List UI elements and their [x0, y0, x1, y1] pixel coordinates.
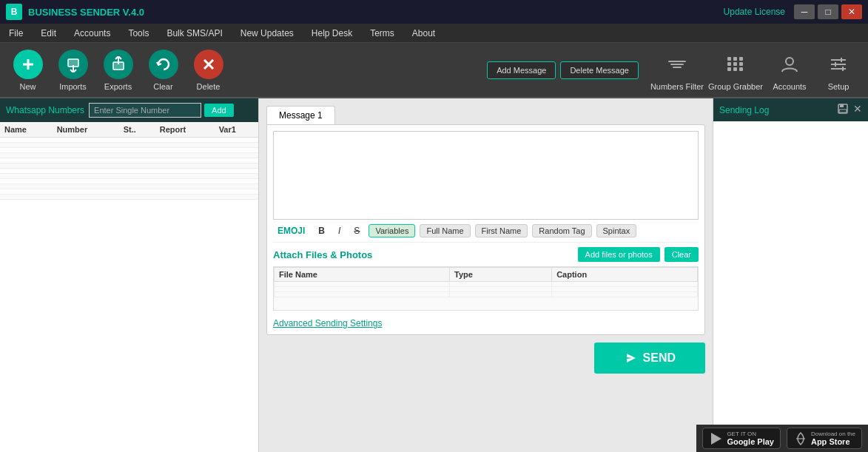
- send-label: SEND: [643, 351, 676, 365]
- menu-file[interactable]: File: [6, 27, 26, 40]
- attach-file-list: File Name Type Caption: [273, 266, 699, 311]
- menu-new-updates[interactable]: New Updates: [238, 27, 297, 40]
- col-status: St..: [119, 122, 155, 138]
- google-play-name: Google Play: [727, 437, 774, 446]
- sending-log-title: Sending Log: [719, 105, 769, 115]
- full-name-button[interactable]: Full Name: [420, 224, 470, 237]
- table-row: [0, 143, 258, 148]
- add-message-button[interactable]: Add Message: [487, 61, 556, 79]
- strikethrough-button[interactable]: S: [349, 224, 364, 237]
- message-tab-1[interactable]: Message 1: [266, 106, 335, 124]
- attach-header: Attach Files & Photos Add files or photo…: [273, 247, 699, 262]
- first-name-button[interactable]: First Name: [475, 224, 528, 237]
- table-row: [0, 195, 258, 200]
- google-play-badge[interactable]: GET IT ON Google Play: [702, 428, 781, 449]
- imports-icon: [58, 50, 88, 79]
- left-panel-header: Whatsapp Numbers Add: [0, 98, 258, 122]
- attach-section: Attach Files & Photos Add files or photo…: [273, 242, 699, 311]
- imports-label: Imports: [59, 82, 87, 91]
- right-panel: Sending Log ✕: [713, 98, 868, 452]
- new-button[interactable]: New: [7, 47, 48, 94]
- setup-label: Setup: [828, 82, 850, 91]
- table-row: [0, 174, 258, 179]
- svg-rect-17: [840, 104, 844, 107]
- single-number-input[interactable]: [89, 103, 201, 118]
- send-button[interactable]: SEND: [594, 343, 705, 374]
- close-log-icon[interactable]: ✕: [853, 103, 862, 117]
- delete-button[interactable]: Delete: [188, 47, 229, 94]
- app-store-label: Download on the: [811, 431, 855, 437]
- exports-button[interactable]: Exports: [98, 47, 138, 94]
- variables-button[interactable]: Variables: [369, 224, 415, 237]
- menu-accounts[interactable]: Accounts: [71, 27, 113, 40]
- attach-row: [275, 287, 698, 292]
- attach-title: Attach Files & Photos: [273, 249, 372, 260]
- message-compose: EMOJI B I S Variables Full Name First Na…: [266, 124, 705, 335]
- delete-label: Delete: [197, 82, 221, 91]
- center-panel: Message 1 EMOJI B I S Variables Full Nam…: [259, 98, 713, 452]
- svg-marker-19: [711, 433, 721, 445]
- col-var1: Var1: [215, 122, 258, 138]
- group-grabber-button[interactable]: Group Grabber: [708, 50, 763, 91]
- numbers-table: Name Number St.. Report Var1: [0, 122, 258, 452]
- update-license-link[interactable]: Update License: [724, 7, 785, 17]
- emoji-button[interactable]: EMOJI: [273, 224, 309, 237]
- svg-point-8: [786, 58, 793, 65]
- add-number-button[interactable]: Add: [204, 104, 234, 117]
- attach-actions: Add files or photos Clear: [578, 247, 699, 262]
- setup-button[interactable]: Setup: [816, 50, 861, 91]
- number-input-row: Add: [89, 103, 234, 118]
- google-play-label: GET IT ON: [727, 431, 774, 437]
- table-row: [0, 158, 258, 163]
- app-store-name: App Store: [811, 437, 850, 446]
- title-bar: B BUSINESS SENDER V.4.0 Update License ─…: [0, 0, 868, 24]
- delete-icon: [194, 50, 223, 79]
- app-store-badge[interactable]: Download on the App Store: [787, 428, 862, 449]
- message-tabs: Message 1: [266, 106, 705, 124]
- my-accounts-button[interactable]: Accounts: [767, 50, 812, 91]
- title-bar-left: B BUSINESS SENDER V.4.0: [6, 4, 144, 20]
- attach-row: [275, 282, 698, 287]
- advanced-settings-link[interactable]: Advanced Sending Settings: [273, 318, 699, 328]
- col-caption: Caption: [552, 268, 698, 282]
- menu-help-desk[interactable]: Help Desk: [309, 27, 355, 40]
- exports-icon: [104, 50, 133, 79]
- numbers-filter-label: Numbers Filter: [650, 82, 704, 91]
- add-files-button[interactable]: Add files or photos: [578, 247, 660, 262]
- app-title: BUSINESS SENDER V.4.0: [28, 7, 144, 18]
- save-log-icon[interactable]: [837, 103, 849, 117]
- minimize-button[interactable]: ─: [794, 4, 815, 19]
- clear-icon: [149, 50, 178, 79]
- menu-about[interactable]: About: [409, 27, 438, 40]
- right-panel-header: Sending Log ✕: [713, 98, 868, 121]
- clear-button[interactable]: Clear: [143, 47, 184, 94]
- table-row: [0, 163, 258, 169]
- random-tag-button[interactable]: Random Tag: [532, 224, 591, 237]
- imports-button[interactable]: Imports: [53, 47, 93, 94]
- setup-icon: [824, 50, 853, 79]
- bold-button[interactable]: B: [314, 224, 329, 237]
- menu-terms[interactable]: Terms: [367, 27, 397, 40]
- table-row: [0, 138, 258, 143]
- maximize-button[interactable]: □: [818, 4, 838, 19]
- close-button[interactable]: ✕: [841, 4, 862, 19]
- spintax-button[interactable]: Spintax: [596, 224, 637, 237]
- table-row: [0, 153, 258, 158]
- bottom-bar: GET IT ON Google Play Download on the Ap…: [696, 425, 868, 452]
- left-panel: Whatsapp Numbers Add Name Number St.. Re…: [0, 98, 259, 452]
- col-report: Report: [155, 122, 215, 138]
- clear-files-button[interactable]: Clear: [665, 247, 699, 262]
- col-file-name: File Name: [275, 268, 450, 282]
- menu-tools[interactable]: Tools: [125, 27, 152, 40]
- numbers-filter-icon: [662, 50, 692, 79]
- delete-message-button[interactable]: Delete Message: [560, 61, 639, 79]
- whatsapp-numbers-title: Whatsapp Numbers: [6, 105, 84, 115]
- italic-button[interactable]: I: [334, 224, 345, 237]
- menu-edit[interactable]: Edit: [38, 27, 59, 40]
- col-name: Name: [0, 122, 53, 138]
- clear-label: Clear: [153, 82, 172, 91]
- menu-bulk-sms[interactable]: Bulk SMS/API: [164, 27, 225, 40]
- attach-row: [275, 292, 698, 297]
- message-textarea[interactable]: [273, 131, 699, 220]
- numbers-filter-button[interactable]: Numbers Filter: [650, 50, 704, 91]
